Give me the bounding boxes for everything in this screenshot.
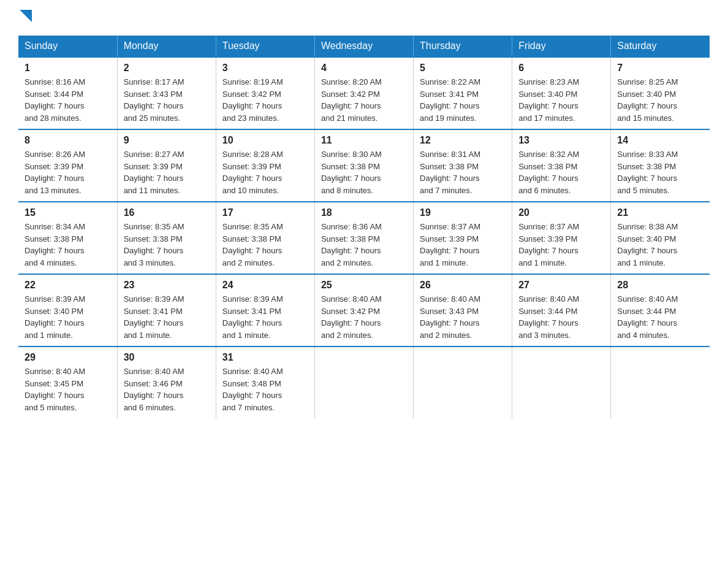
day-number: 1	[25, 63, 111, 74]
day-number: 15	[25, 207, 111, 218]
day-info: Sunrise: 8:37 AM Sunset: 3:39 PM Dayligh…	[420, 221, 506, 269]
svg-marker-0	[20, 10, 32, 22]
day-number: 22	[25, 280, 111, 291]
calendar-cell: 26 Sunrise: 8:40 AM Sunset: 3:43 PM Dayl…	[414, 274, 512, 347]
calendar-cell: 10 Sunrise: 8:28 AM Sunset: 3:39 PM Dayl…	[216, 129, 314, 202]
day-info: Sunrise: 8:40 AM Sunset: 3:43 PM Dayligh…	[420, 293, 506, 341]
day-number: 29	[25, 352, 111, 363]
calendar-cell: 19 Sunrise: 8:37 AM Sunset: 3:39 PM Dayl…	[414, 202, 512, 274]
calendar-cell: 5 Sunrise: 8:22 AM Sunset: 3:41 PM Dayli…	[414, 57, 512, 129]
calendar-cell: 31 Sunrise: 8:40 AM Sunset: 3:48 PM Dayl…	[216, 347, 314, 418]
day-info: Sunrise: 8:31 AM Sunset: 3:38 PM Dayligh…	[420, 148, 506, 196]
calendar-cell: 17 Sunrise: 8:35 AM Sunset: 3:38 PM Dayl…	[216, 202, 314, 274]
day-number: 9	[124, 135, 210, 146]
calendar-cell: 28 Sunrise: 8:40 AM Sunset: 3:44 PM Dayl…	[611, 274, 710, 347]
day-info: Sunrise: 8:33 AM Sunset: 3:38 PM Dayligh…	[617, 148, 703, 196]
day-number: 11	[321, 135, 407, 146]
weekday-header-thursday: Thursday	[414, 36, 512, 57]
weekday-header-tuesday: Tuesday	[216, 36, 314, 57]
day-number: 21	[617, 207, 703, 218]
calendar-cell: 22 Sunrise: 8:39 AM Sunset: 3:40 PM Dayl…	[18, 274, 117, 347]
calendar-cell	[611, 347, 710, 418]
day-number: 24	[222, 280, 308, 291]
day-number: 6	[518, 63, 604, 74]
calendar-cell	[414, 347, 512, 418]
weekday-header-monday: Monday	[117, 36, 216, 57]
day-info: Sunrise: 8:23 AM Sunset: 3:40 PM Dayligh…	[518, 76, 604, 124]
day-info: Sunrise: 8:19 AM Sunset: 3:42 PM Dayligh…	[222, 76, 308, 124]
calendar-cell: 25 Sunrise: 8:40 AM Sunset: 3:42 PM Dayl…	[314, 274, 413, 347]
day-info: Sunrise: 8:30 AM Sunset: 3:38 PM Dayligh…	[321, 148, 407, 196]
day-info: Sunrise: 8:32 AM Sunset: 3:38 PM Dayligh…	[518, 148, 604, 196]
logo-triangle-icon	[20, 10, 33, 23]
weekday-header-saturday: Saturday	[611, 36, 710, 57]
day-number: 27	[518, 280, 604, 291]
calendar-cell: 1 Sunrise: 8:16 AM Sunset: 3:44 PM Dayli…	[18, 57, 117, 129]
calendar-cell: 18 Sunrise: 8:36 AM Sunset: 3:38 PM Dayl…	[314, 202, 413, 274]
weekday-header-friday: Friday	[512, 36, 611, 57]
calendar-cell: 11 Sunrise: 8:30 AM Sunset: 3:38 PM Dayl…	[314, 129, 413, 202]
day-info: Sunrise: 8:40 AM Sunset: 3:44 PM Dayligh…	[617, 293, 703, 341]
day-number: 7	[617, 63, 703, 74]
day-info: Sunrise: 8:39 AM Sunset: 3:41 PM Dayligh…	[124, 293, 210, 341]
calendar-cell: 24 Sunrise: 8:39 AM Sunset: 3:41 PM Dayl…	[216, 274, 314, 347]
calendar-week-row: 1 Sunrise: 8:16 AM Sunset: 3:44 PM Dayli…	[18, 57, 710, 129]
day-number: 28	[617, 280, 703, 291]
day-number: 5	[420, 63, 506, 74]
day-info: Sunrise: 8:40 AM Sunset: 3:42 PM Dayligh…	[321, 293, 407, 341]
calendar-cell: 9 Sunrise: 8:27 AM Sunset: 3:39 PM Dayli…	[117, 129, 216, 202]
day-info: Sunrise: 8:35 AM Sunset: 3:38 PM Dayligh…	[124, 221, 210, 269]
day-info: Sunrise: 8:40 AM Sunset: 3:45 PM Dayligh…	[25, 366, 111, 413]
calendar-cell	[512, 347, 611, 418]
calendar-week-row: 29 Sunrise: 8:40 AM Sunset: 3:45 PM Dayl…	[18, 347, 710, 418]
calendar-cell: 3 Sunrise: 8:19 AM Sunset: 3:42 PM Dayli…	[216, 57, 314, 129]
weekday-header-wednesday: Wednesday	[314, 36, 413, 57]
calendar-cell: 27 Sunrise: 8:40 AM Sunset: 3:44 PM Dayl…	[512, 274, 611, 347]
day-number: 14	[617, 135, 703, 146]
calendar-cell: 2 Sunrise: 8:17 AM Sunset: 3:43 PM Dayli…	[117, 57, 216, 129]
calendar-cell: 20 Sunrise: 8:37 AM Sunset: 3:39 PM Dayl…	[512, 202, 611, 274]
day-info: Sunrise: 8:22 AM Sunset: 3:41 PM Dayligh…	[420, 76, 506, 124]
calendar-cell: 7 Sunrise: 8:25 AM Sunset: 3:40 PM Dayli…	[611, 57, 710, 129]
day-info: Sunrise: 8:27 AM Sunset: 3:39 PM Dayligh…	[124, 148, 210, 196]
day-number: 13	[518, 135, 604, 146]
day-number: 8	[25, 135, 111, 146]
day-info: Sunrise: 8:20 AM Sunset: 3:42 PM Dayligh…	[321, 76, 407, 124]
day-info: Sunrise: 8:34 AM Sunset: 3:38 PM Dayligh…	[25, 221, 111, 269]
day-info: Sunrise: 8:38 AM Sunset: 3:40 PM Dayligh…	[617, 221, 703, 269]
calendar-table: SundayMondayTuesdayWednesdayThursdayFrid…	[18, 36, 710, 418]
logo	[18, 12, 33, 23]
calendar-week-row: 15 Sunrise: 8:34 AM Sunset: 3:38 PM Dayl…	[18, 202, 710, 274]
calendar-cell: 12 Sunrise: 8:31 AM Sunset: 3:38 PM Dayl…	[414, 129, 512, 202]
day-number: 17	[222, 207, 308, 218]
calendar-cell: 13 Sunrise: 8:32 AM Sunset: 3:38 PM Dayl…	[512, 129, 611, 202]
day-info: Sunrise: 8:40 AM Sunset: 3:48 PM Dayligh…	[222, 366, 308, 413]
day-number: 16	[124, 207, 210, 218]
weekday-header-sunday: Sunday	[18, 36, 117, 57]
day-info: Sunrise: 8:39 AM Sunset: 3:40 PM Dayligh…	[25, 293, 111, 341]
calendar-cell: 23 Sunrise: 8:39 AM Sunset: 3:41 PM Dayl…	[117, 274, 216, 347]
calendar-cell: 8 Sunrise: 8:26 AM Sunset: 3:39 PM Dayli…	[18, 129, 117, 202]
calendar-week-row: 8 Sunrise: 8:26 AM Sunset: 3:39 PM Dayli…	[18, 129, 710, 202]
calendar-cell: 21 Sunrise: 8:38 AM Sunset: 3:40 PM Dayl…	[611, 202, 710, 274]
day-info: Sunrise: 8:36 AM Sunset: 3:38 PM Dayligh…	[321, 221, 407, 269]
day-number: 19	[420, 207, 506, 218]
day-number: 10	[222, 135, 308, 146]
day-info: Sunrise: 8:37 AM Sunset: 3:39 PM Dayligh…	[518, 221, 604, 269]
calendar-cell: 29 Sunrise: 8:40 AM Sunset: 3:45 PM Dayl…	[18, 347, 117, 418]
day-number: 26	[420, 280, 506, 291]
day-number: 20	[518, 207, 604, 218]
day-number: 30	[124, 352, 210, 363]
calendar-cell: 6 Sunrise: 8:23 AM Sunset: 3:40 PM Dayli…	[512, 57, 611, 129]
calendar-week-row: 22 Sunrise: 8:39 AM Sunset: 3:40 PM Dayl…	[18, 274, 710, 347]
day-number: 2	[124, 63, 210, 74]
day-info: Sunrise: 8:40 AM Sunset: 3:44 PM Dayligh…	[518, 293, 604, 341]
day-info: Sunrise: 8:40 AM Sunset: 3:46 PM Dayligh…	[124, 366, 210, 413]
day-info: Sunrise: 8:25 AM Sunset: 3:40 PM Dayligh…	[617, 76, 703, 124]
day-number: 4	[321, 63, 407, 74]
day-number: 23	[124, 280, 210, 291]
calendar-cell: 30 Sunrise: 8:40 AM Sunset: 3:46 PM Dayl…	[117, 347, 216, 418]
day-info: Sunrise: 8:26 AM Sunset: 3:39 PM Dayligh…	[25, 148, 111, 196]
day-info: Sunrise: 8:35 AM Sunset: 3:38 PM Dayligh…	[222, 221, 308, 269]
calendar-cell: 16 Sunrise: 8:35 AM Sunset: 3:38 PM Dayl…	[117, 202, 216, 274]
